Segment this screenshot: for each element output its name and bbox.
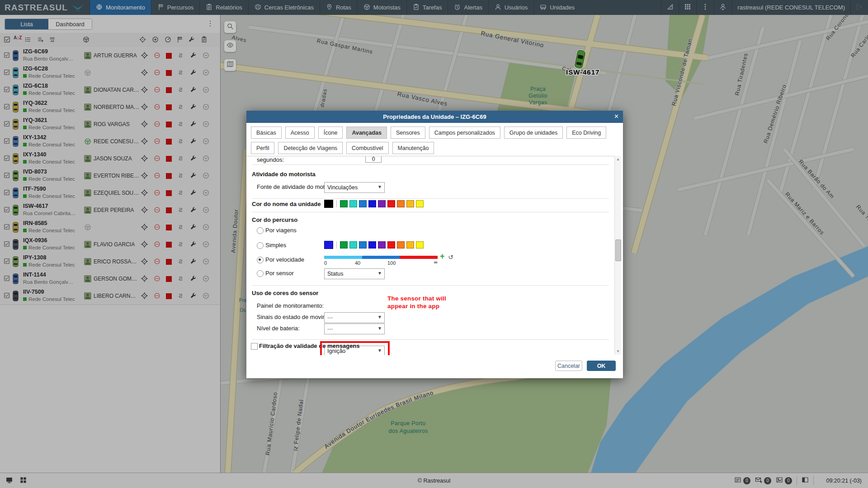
scroll-up-icon[interactable]: ▲: [615, 157, 621, 161]
radio-por-sensor[interactable]: [257, 270, 264, 277]
filter-validity-checkbox[interactable]: [251, 343, 258, 350]
track-color-title: Cor do percurso: [252, 216, 297, 223]
speed-tick-0: 0: [324, 260, 327, 266]
color-swatch[interactable]: [378, 200, 386, 207]
color-swatch[interactable]: [387, 241, 395, 249]
speed-tick-inf: ∞: [434, 259, 438, 265]
application-window: Avenida Doutor Eurípedes Brasil MilanoRu…: [0, 0, 868, 488]
driver-activity-title: Atividade do motorista: [252, 171, 316, 178]
dialog-tab-manutenc-a-o[interactable]: Manutenção: [392, 142, 434, 154]
speed-tick-40: 40: [355, 260, 360, 266]
color-swatch[interactable]: [406, 241, 414, 249]
selected-color-swatch: [324, 200, 333, 208]
dialog-tab-ba-sicas[interactable]: Básicas: [251, 127, 282, 139]
close-icon[interactable]: ✕: [614, 113, 619, 120]
color-swatch[interactable]: [378, 241, 386, 249]
chevron-down-icon: ▼: [377, 314, 382, 319]
dialog-tab-avanc-adas[interactable]: Avançadas: [346, 127, 387, 139]
color-swatch[interactable]: [397, 200, 405, 207]
color-swatch[interactable]: [416, 241, 424, 249]
scrollbar-thumb[interactable]: [615, 239, 621, 261]
color-swatch[interactable]: [349, 200, 357, 207]
sinais-movimento-select[interactable]: ---▼: [324, 312, 385, 323]
scroll-down-icon[interactable]: ▼: [615, 349, 621, 353]
ok-button[interactable]: OK: [587, 361, 616, 371]
sensor-colors-title: Uso de cores do sensor: [252, 290, 318, 296]
color-swatch[interactable]: [368, 200, 376, 207]
dialog-tab-grupo-de-unidades[interactable]: Grupo de unidades: [504, 127, 563, 139]
chevron-down-icon: ▼: [377, 348, 382, 353]
reset-speed-icon[interactable]: ↺: [448, 253, 453, 261]
chevron-down-icon: ▼: [377, 184, 382, 189]
dialog-tab-campos-personalizados[interactable]: Campos personalizados: [429, 127, 500, 139]
unit-properties-dialog: Propriedades da Unidade – IZG-6C69 ✕ Bás…: [246, 111, 623, 378]
dialog-tab-combusti-vel[interactable]: Combustível: [346, 142, 388, 154]
driver-activity-source-select[interactable]: Vinculações▼: [324, 182, 385, 193]
selected-color-swatch: [324, 241, 333, 249]
color-swatch[interactable]: [416, 200, 424, 207]
speed-tick-100: 100: [387, 260, 396, 266]
dialog-tab-acesso[interactable]: Acesso: [285, 127, 315, 139]
color-swatch[interactable]: [359, 241, 367, 249]
radio-por-velocidade-label: Por velocidade: [265, 256, 304, 263]
bateria-label: Nível de bateria:: [257, 325, 300, 332]
seconds-label: segundos:: [257, 156, 284, 163]
color-swatch[interactable]: [359, 200, 367, 207]
filter-validity-label: Filtração de validade de mensagens: [259, 343, 360, 349]
seconds-input[interactable]: 0: [365, 156, 382, 163]
dialog-title: Propriedades da Unidade – IZG-6C69: [246, 111, 623, 123]
radio-simples-label: Simples: [265, 242, 286, 249]
dialog-tab-eco-driving[interactable]: Eco Driving: [566, 127, 606, 139]
cancel-button[interactable]: Cancelar: [555, 361, 582, 371]
dialog-tab-sensores[interactable]: Sensores: [391, 127, 425, 139]
add-speed-interval-icon[interactable]: +: [440, 252, 445, 261]
radio-por-sensor-label: Por sensor: [265, 270, 294, 277]
speed-segment: [400, 256, 438, 259]
color-swatch[interactable]: [387, 200, 395, 207]
color-swatch[interactable]: [397, 241, 405, 249]
color-swatch[interactable]: [340, 241, 348, 249]
dialog-tab-perfil[interactable]: Perfil: [251, 142, 274, 154]
dialog-content: 0 segundos: Atividade do motorista Fonte…: [246, 156, 615, 355]
color-swatch[interactable]: [406, 200, 414, 207]
speed-segment: [324, 256, 362, 259]
color-swatch[interactable]: [340, 200, 348, 207]
radio-por-viagens-label: Por viagens: [265, 227, 297, 234]
speed-color-scale[interactable]: [324, 256, 438, 259]
dialog-scrollbar[interactable]: ▲ ▼: [614, 156, 621, 355]
screenshot-annotation: The sensor that will appear in the app: [387, 295, 446, 310]
dialog-tab-i-cone[interactable]: Ícone: [318, 127, 343, 139]
speed-segment: [362, 256, 400, 259]
radio-por-viagens[interactable]: [257, 227, 264, 234]
radio-por-velocidade[interactable]: [257, 257, 264, 263]
chevron-down-icon: ▼: [377, 271, 382, 276]
dialog-tab-detecc-a-o-de-viagens[interactable]: Detecção de Viagens: [278, 142, 343, 154]
unit-name-color-title: Cor do nome da unidade: [252, 201, 321, 207]
color-swatch[interactable]: [368, 241, 376, 249]
chevron-down-icon: ▼: [377, 326, 382, 331]
radio-simples[interactable]: [257, 242, 264, 249]
painel-label: Painel de monitoramento:: [257, 302, 324, 309]
color-swatch[interactable]: [349, 241, 357, 249]
nivel-bateria-select[interactable]: ---▼: [324, 324, 385, 334]
sensor-track-select[interactable]: Status▼: [324, 268, 385, 279]
